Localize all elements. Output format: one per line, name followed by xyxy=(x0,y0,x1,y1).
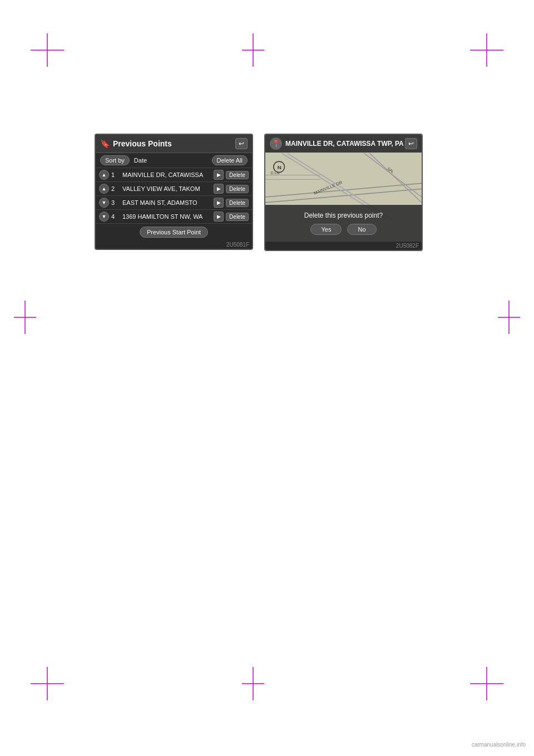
item-address-2: VALLEY VIEW AVE, TAKOM xyxy=(122,185,211,192)
item-number-4: 4 xyxy=(111,213,120,220)
sort-value: Date xyxy=(134,157,147,164)
map-back-button[interactable]: ↩ xyxy=(405,138,417,149)
screen-title: 🔖 Previous Points xyxy=(100,139,172,148)
dialog-yes-button[interactable]: Yes xyxy=(310,224,342,235)
nav-up-btn-1[interactable]: ▲ xyxy=(99,170,109,180)
screenshots-container: 🔖 Previous Points ↩ Sort by Date Delete … xyxy=(95,134,423,251)
sort-by-button[interactable]: Sort by xyxy=(100,155,130,165)
item-delete-btn-2[interactable]: Delete xyxy=(226,185,249,193)
map-screen: 📍 MAINVILLE DR, CATAWISSA TWP, PA ↩ 300f… xyxy=(264,134,423,251)
reg-mark-bottom-right xyxy=(470,667,503,700)
item-delete-btn-1[interactable]: Delete xyxy=(226,171,249,179)
watermark: carmanualsonline.info xyxy=(472,742,526,748)
reg-mark-mid-right xyxy=(498,301,520,334)
nav-up-btn-2[interactable]: ▲ xyxy=(99,184,109,194)
svg-text:N: N xyxy=(278,164,281,170)
item-delete-btn-3[interactable]: Delete xyxy=(226,199,249,207)
delete-all-button[interactable]: Delete All xyxy=(212,155,248,165)
location-icon: 📍 xyxy=(270,138,282,150)
map-title: MAINVILLE DR, CATAWISSA TWP, PA xyxy=(285,140,405,148)
previous-start-point-button[interactable]: Previous Start Point xyxy=(140,227,208,238)
item-arrow-btn-3[interactable]: ▶ xyxy=(214,198,224,208)
item-delete-btn-4[interactable]: Delete xyxy=(226,213,249,221)
bookmark-icon: 🔖 xyxy=(100,139,110,148)
delete-dialog-text: Delete this previous point? xyxy=(272,212,415,219)
nav-down-btn-3[interactable]: ▼ xyxy=(99,198,109,208)
map-header: 📍 MAINVILLE DR, CATAWISSA TWP, PA ↩ xyxy=(265,135,422,153)
reg-mark-top-left xyxy=(31,33,64,67)
item-arrow-btn-1[interactable]: ▶ xyxy=(214,170,224,180)
screen-id-right: 2U5082F xyxy=(265,242,422,250)
item-number-2: 2 xyxy=(111,185,120,192)
item-address-4: 1369 HAMILTON ST NW, WA xyxy=(122,213,211,220)
reg-mark-mid-left xyxy=(14,301,36,334)
item-address-1: MAINVILLE DR, CATAWISSA xyxy=(122,171,211,178)
reg-mark-bottom-center xyxy=(242,667,264,700)
reg-mark-top-center xyxy=(242,33,264,67)
map-body: 300ft MAINVILLE DR SAL D L xyxy=(265,153,422,242)
list-item: ▼ 4 1369 HAMILTON ST NW, WA ▶ Delete xyxy=(96,210,252,224)
back-button[interactable]: ↩ xyxy=(235,138,248,149)
previous-points-screen: 🔖 Previous Points ↩ Sort by Date Delete … xyxy=(95,134,253,250)
item-address-3: EAST MAIN ST, ADAMSTO xyxy=(122,199,211,206)
item-arrow-btn-2[interactable]: ▶ xyxy=(214,184,224,194)
list-item: ▲ 1 MAINVILLE DR, CATAWISSA ▶ Delete xyxy=(96,168,252,182)
reg-mark-bottom-left xyxy=(31,667,64,700)
item-number-1: 1 xyxy=(111,171,120,178)
nav-down-btn-4[interactable]: ▼ xyxy=(99,212,109,222)
item-number-3: 3 xyxy=(111,199,120,206)
reg-mark-top-right xyxy=(470,33,503,67)
list-item: ▼ 3 EAST MAIN ST, ADAMSTO ▶ Delete xyxy=(96,196,252,210)
screen-id-left: 2U5081F xyxy=(96,240,252,249)
item-arrow-btn-4[interactable]: ▶ xyxy=(214,212,224,222)
sort-bar: Sort by Date Delete All xyxy=(96,153,252,168)
dialog-buttons: Yes No xyxy=(272,224,415,235)
list-item: ▲ 2 VALLEY VIEW AVE, TAKOM ▶ Delete xyxy=(96,182,252,196)
delete-dialog: Delete this previous point? Yes No xyxy=(265,205,422,242)
screen-title-text: Previous Points xyxy=(113,139,172,148)
dialog-no-button[interactable]: No xyxy=(347,224,376,235)
screen-header: 🔖 Previous Points ↩ xyxy=(96,135,252,153)
